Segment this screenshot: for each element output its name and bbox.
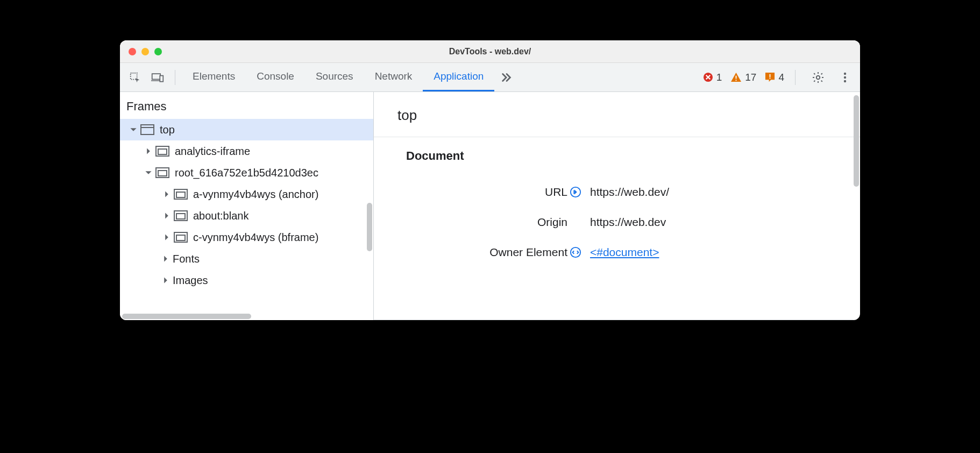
chevron-right-icon[interactable] — [163, 233, 171, 241]
sidebar-scrollbar-horizontal[interactable] — [122, 314, 251, 319]
separator — [795, 70, 796, 85]
svg-point-9 — [816, 75, 820, 79]
iframe-icon — [174, 210, 188, 221]
iframe-icon — [174, 189, 188, 200]
chevron-right-icon[interactable] — [145, 147, 152, 155]
property-key: Origin — [374, 216, 567, 229]
zoom-window-button[interactable] — [154, 48, 162, 55]
frame-details-panel: top Document URLhttps://web.dev/Originht… — [374, 92, 860, 320]
svg-point-10 — [844, 72, 846, 74]
tab-network[interactable]: Network — [364, 63, 423, 91]
property-row: Owner Element<#document> — [374, 237, 860, 267]
chevron-right-icon[interactable] — [163, 190, 171, 198]
issue-icon — [765, 72, 775, 82]
svg-rect-22 — [176, 214, 185, 219]
tree-row[interactable]: Fonts — [120, 248, 373, 270]
property-key: Owner Element — [374, 246, 567, 259]
more-tabs-button[interactable] — [494, 72, 519, 83]
warnings-count: 17 — [745, 72, 756, 83]
tree-row-label: Fonts — [173, 253, 200, 265]
tree-row[interactable]: top — [120, 119, 373, 140]
tree-row-label: about:blank — [193, 210, 248, 222]
warnings-counter[interactable]: 17 — [730, 72, 756, 83]
titlebar: DevTools - web.dev/ — [120, 40, 860, 63]
chevron-right-icon[interactable] — [163, 212, 171, 220]
separator — [175, 70, 175, 85]
sidebar-scrollbar-vertical[interactable] — [367, 203, 372, 251]
content-area: Frames topanalytics-iframeroot_616a752e1… — [120, 92, 860, 320]
device-toolbar-icon[interactable] — [150, 70, 165, 85]
property-row: URLhttps://web.dev/ — [374, 177, 860, 207]
chevron-down-icon[interactable] — [130, 126, 137, 133]
code-icon[interactable] — [570, 246, 581, 258]
tree-row[interactable]: root_616a752e1b5d4210d3ec — [120, 162, 373, 183]
property-icon-cell — [570, 246, 588, 258]
window-controls — [120, 48, 162, 55]
sidebar-title: Frames — [120, 92, 373, 119]
tree-row[interactable]: analytics-iframe — [120, 140, 373, 162]
iframe-icon — [174, 232, 188, 243]
property-row: Originhttps://web.dev — [374, 207, 860, 237]
tree-row[interactable]: a-vynmy4vb4wys (anchor) — [120, 183, 373, 205]
chevron-right-icon[interactable] — [162, 255, 169, 263]
settings-icon[interactable] — [811, 70, 826, 85]
svg-rect-1 — [152, 74, 160, 79]
tree-row-label: c-vynmy4vb4wys (bframe) — [193, 231, 318, 244]
svg-rect-6 — [736, 80, 737, 81]
main-scrollbar-vertical[interactable] — [854, 95, 859, 187]
frames-tree: topanalytics-iframeroot_616a752e1b5d4210… — [120, 119, 373, 291]
tree-row-label: top — [160, 124, 175, 136]
section-divider — [374, 320, 854, 320]
devtools-window: DevTools - web.dev/ Elements Console Sou… — [120, 40, 860, 320]
iframe-icon — [155, 146, 169, 157]
property-icon-cell — [570, 186, 588, 198]
reveal-icon[interactable] — [570, 186, 581, 198]
window-title: DevTools - web.dev/ — [120, 47, 860, 56]
svg-rect-7 — [770, 74, 771, 77]
tree-row[interactable]: about:blank — [120, 205, 373, 226]
status-counters: 1 17 4 — [703, 70, 853, 85]
svg-rect-24 — [176, 235, 185, 240]
tree-row-label: a-vynmy4vb4wys (anchor) — [193, 188, 318, 201]
property-value: https://web.dev/ — [590, 186, 860, 199]
svg-rect-13 — [141, 125, 154, 135]
tab-console[interactable]: Console — [246, 63, 305, 91]
tab-elements[interactable]: Elements — [182, 63, 246, 91]
svg-rect-8 — [770, 77, 771, 79]
svg-rect-20 — [176, 192, 185, 197]
svg-rect-3 — [160, 75, 163, 81]
window-icon — [140, 124, 154, 135]
devtools-toolbar: Elements Console Sources Network Applica… — [120, 63, 860, 92]
tree-row[interactable]: c-vynmy4vb4wys (bframe) — [120, 226, 373, 248]
minimize-window-button[interactable] — [141, 48, 149, 55]
svg-rect-18 — [158, 171, 167, 176]
tab-application[interactable]: Application — [423, 63, 494, 91]
svg-rect-5 — [736, 76, 737, 79]
property-value[interactable]: <#document> — [590, 246, 860, 259]
chevron-right-icon[interactable] — [162, 277, 169, 284]
tree-row[interactable]: Images — [120, 270, 373, 291]
svg-rect-16 — [158, 149, 167, 154]
chevron-down-icon[interactable] — [145, 169, 152, 176]
tree-row-label: Images — [173, 274, 208, 287]
errors-counter[interactable]: 1 — [703, 72, 722, 83]
issues-count: 4 — [778, 72, 784, 83]
svg-point-11 — [844, 76, 846, 78]
document-section-heading: Document — [374, 137, 860, 173]
warning-icon — [730, 72, 742, 82]
property-key: URL — [374, 186, 567, 199]
inspect-element-icon[interactable] — [127, 70, 143, 85]
property-value: https://web.dev — [590, 216, 860, 229]
tree-row-label: analytics-iframe — [175, 145, 250, 158]
error-icon — [703, 72, 713, 82]
panel-tabs: Elements Console Sources Network Applica… — [182, 63, 494, 91]
more-menu-icon[interactable] — [837, 70, 853, 85]
tab-sources[interactable]: Sources — [305, 63, 364, 91]
close-window-button[interactable] — [129, 48, 136, 55]
tree-row-label: root_616a752e1b5d4210d3ec — [175, 167, 318, 179]
svg-point-12 — [844, 80, 846, 82]
iframe-icon — [155, 167, 169, 178]
errors-count: 1 — [716, 72, 722, 83]
frames-sidebar: Frames topanalytics-iframeroot_616a752e1… — [120, 92, 374, 320]
issues-counter[interactable]: 4 — [765, 72, 784, 83]
